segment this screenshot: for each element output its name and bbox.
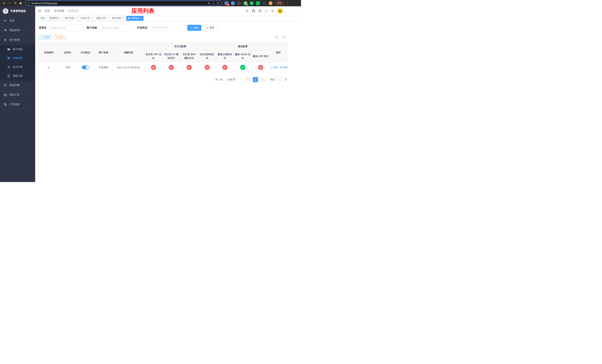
close-icon[interactable]: × [140,17,142,20]
delete-button[interactable]: 删除 [280,66,288,69]
app-name-input[interactable] [49,25,84,31]
next-page-button[interactable] [260,77,266,82]
extension-icon-8[interactable] [269,1,272,5]
menu-label: 支付订单 [13,65,23,69]
trash-icon [280,66,282,68]
sidebar-item-system[interactable]: 系统管理 [0,26,35,35]
cell-merchant: 芋道源码 [95,62,113,73]
sidebar-item-infrastructure[interactable]: 基础设施 [0,80,35,90]
cell-alipay-wap: × [180,62,198,73]
info-icon[interactable] [27,2,30,5]
merchant-name-input[interactable] [99,25,134,31]
back-icon[interactable] [1,1,7,6]
monitor-icon [3,84,7,87]
workflow-icon [3,103,7,106]
extension-icon-5[interactable]: ✓ [250,1,254,5]
sidebar-item-app-info[interactable]: 应用信息 [0,54,35,63]
close-icon[interactable]: × [75,17,76,20]
menu-label: 系统管理 [9,29,20,32]
pagination: 共 1 条 10条/页 1 前往 页 [39,77,287,82]
cell-wechat-mini: × [216,62,234,73]
kebab-menu-icon[interactable]: ⋮ [286,1,289,5]
url-text[interactable]: localhost:1024/pay/app [32,2,206,5]
close-icon[interactable]: × [59,17,61,20]
logo-avatar [3,8,8,14]
cell-wechat-jsapi: ✓ [234,62,252,73]
extension-icon-7[interactable] [262,1,266,5]
close-icon[interactable]: × [91,17,92,20]
breadcrumb-separator: / [66,10,67,12]
extension-icon-3[interactable] [237,1,241,5]
menu-label: 首页 [9,19,14,22]
tab-home[interactable]: 首页 [39,16,47,21]
tab-refund-orders[interactable]: 退款订单× [95,16,110,21]
chevron-up-icon [30,39,32,41]
app-name-label: 应用名 [39,26,47,30]
navbar-actions: ▼ [246,8,285,14]
chevron-down-icon [30,103,32,106]
app-logo[interactable]: 芋道管理系统 [0,6,35,16]
edit-button[interactable]: 修改 [270,66,278,69]
goto-page-input[interactable] [276,77,284,82]
grid-icon [7,57,10,60]
close-icon[interactable]: × [122,17,124,20]
status-toggle[interactable] [82,65,89,69]
home-icon[interactable] [18,1,23,6]
extension-icon-2[interactable] [231,1,235,5]
star-icon[interactable] [216,2,219,5]
extension-badge: 1 [246,4,248,6]
status-select-placeholder: 请选择开启状态 [152,26,169,30]
share-icon[interactable] [212,2,215,5]
sidebar-item-payment[interactable]: ¥ 支付管理 [0,35,35,45]
help-icon[interactable] [258,9,262,13]
wechat-mini-status-icon: × [222,65,227,70]
github-icon[interactable] [252,9,255,13]
extension-icon-4[interactable]: 1 [243,1,247,5]
wechat-jsapi-status-icon: ✓ [240,65,245,70]
menu-label: 基础设施 [9,84,20,87]
export-button[interactable]: 导出 [54,35,66,40]
col-alipay-app: 支付宝 APP 支付 [145,50,162,62]
extension-icon-6[interactable] [256,1,260,5]
sidebar-item-workflow[interactable]: 工作流程 [0,100,35,109]
sidebar-item-payment-orders[interactable]: 支付订单 [0,63,35,72]
chevron-down-icon [180,27,182,29]
address-bar[interactable]: localhost:1024/pay/app [25,0,222,6]
current-page-button[interactable]: 1 [253,77,258,82]
close-icon[interactable]: × [106,17,108,20]
creditcard-icon [7,48,10,51]
breadcrumb-payment[interactable]: 支付管理 [54,9,64,13]
sidebar-item-merchant-info[interactable]: 商户信息 [0,45,35,54]
toggle-search-icon[interactable] [274,34,280,40]
search-icon[interactable] [246,9,249,13]
prev-page-button[interactable] [246,77,251,82]
sidebar-fold-icon[interactable] [38,9,42,13]
tab-payment-orders[interactable]: 支付订单× [79,16,94,21]
status-select[interactable]: 请选择开启状态 [150,25,185,31]
alipay-app-status-icon: × [151,65,156,70]
fullscreen-icon[interactable] [265,9,268,13]
breadcrumb-home[interactable]: 首页 [45,9,50,13]
update-button[interactable]: 更新 [275,1,284,5]
sidebar-item-dev-tools[interactable]: 研发工具 [0,90,35,100]
add-button[interactable]: ＋ 新增 [39,35,52,40]
sidebar-item-refund-orders[interactable]: 退款订单 [0,72,35,80]
tab-app-info[interactable]: 应用信息× [126,16,143,21]
reload-icon[interactable] [13,1,18,6]
refresh-table-icon[interactable] [281,34,287,40]
user-menu[interactable]: ▼ [277,8,285,14]
menu-label: 商户信息 [13,48,23,51]
reset-button[interactable]: 重置 [203,25,217,31]
page-size-select[interactable]: 10条/页 [226,77,243,82]
search-button[interactable]: 搜索 [187,25,201,31]
forward-icon[interactable] [7,1,12,6]
user-avatar [277,8,283,14]
sidebar-item-home[interactable]: 首页 [0,16,35,26]
tab-merchant-info[interactable]: 商户信息× [110,16,125,21]
key-icon[interactable] [208,2,211,5]
extension-icon-1[interactable]: 10 [225,1,228,5]
tab-process-form[interactable]: 流程表单× [48,16,62,21]
tab-user-group[interactable]: 用户分组× [63,16,78,21]
cell-alipay-qr: × [198,62,216,73]
font-size-icon[interactable] [271,9,274,13]
